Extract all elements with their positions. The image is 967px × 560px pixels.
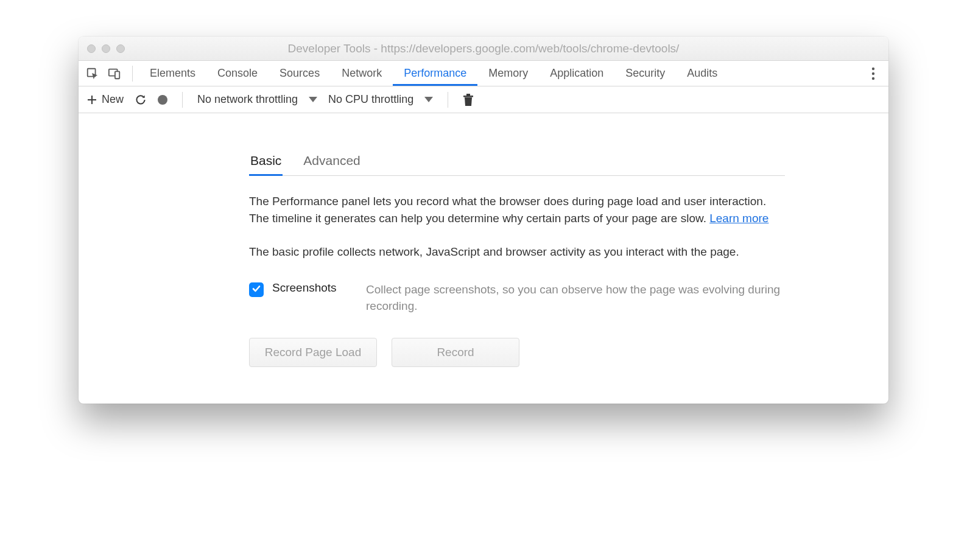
close-window-icon[interactable] [87,44,96,53]
traffic-lights [87,44,125,53]
new-recording-button[interactable]: New [85,93,126,106]
window-title: Developer Tools - https://developers.goo… [79,42,888,55]
record-icon [158,95,167,105]
tab-label: Audits [687,67,717,80]
more-menu-icon[interactable] [863,61,884,86]
tab-label: Application [550,67,603,80]
chevron-down-icon [309,97,317,102]
screenshots-option: Screenshots Collect page screenshots, so… [249,281,785,315]
minimize-window-icon[interactable] [102,44,110,53]
separator [132,66,133,82]
subtab-basic[interactable]: Basic [249,150,283,176]
svg-rect-2 [115,71,119,79]
record-button[interactable]: Record [392,338,519,367]
intro-text: The Performance panel lets you record wh… [249,195,766,225]
tab-label: Security [625,67,665,80]
cpu-throttle-value: No CPU throttling [328,93,413,106]
main-tabs: Elements Console Sources Network Perform… [139,61,728,86]
subtab-label: Basic [250,153,281,167]
tab-label: Elements [150,67,195,80]
tab-network[interactable]: Network [331,61,393,86]
tab-label: Network [342,67,382,80]
titlebar: Developer Tools - https://developers.goo… [79,37,888,61]
check-icon [251,284,261,296]
tab-label: Sources [280,67,320,80]
tab-console[interactable]: Console [206,61,269,86]
learn-more-link[interactable]: Learn more [709,212,768,225]
separator [182,92,183,108]
svg-rect-6 [463,96,473,97]
subtab-label: Advanced [303,153,360,167]
screenshots-label: Screenshots [272,281,357,295]
reload-button[interactable] [132,94,149,106]
svg-point-5 [872,77,874,79]
svg-rect-7 [466,94,470,96]
network-throttle-select[interactable]: No network throttling [195,93,320,106]
tab-security[interactable]: Security [614,61,676,86]
cpu-throttle-select[interactable]: No CPU throttling [326,93,435,106]
main-tabs-row: Elements Console Sources Network Perform… [79,61,888,86]
device-toggle-icon[interactable] [108,67,121,80]
tab-application[interactable]: Application [539,61,614,86]
tab-performance[interactable]: Performance [393,61,477,86]
new-label: New [102,93,124,106]
chevron-down-icon [424,97,433,102]
tab-label: Console [217,67,258,80]
network-throttle-value: No network throttling [197,93,298,106]
zoom-window-icon[interactable] [116,44,125,53]
separator [448,92,448,108]
devtools-window: Developer Tools - https://developers.goo… [79,37,888,404]
plus-icon [87,95,97,105]
intro-paragraph: The Performance panel lets you record wh… [249,193,785,226]
screenshots-description: Collect page screenshots, so you can obs… [366,281,785,315]
inspect-element-icon[interactable] [86,67,99,80]
tab-label: Memory [488,67,528,80]
screenshots-checkbox[interactable] [249,282,264,297]
clear-button[interactable] [460,94,476,106]
basic-description: The basic profile collects network, Java… [249,243,785,261]
performance-toolbar: New No network throttling No CPU throttl… [79,86,888,113]
button-label: Record Page Load [265,346,361,359]
tab-label: Performance [404,67,466,80]
performance-panel: Basic Advanced The Performance panel let… [79,113,888,404]
tab-audits[interactable]: Audits [676,61,728,86]
tab-memory[interactable]: Memory [477,61,539,86]
record-toggle[interactable] [155,95,170,105]
tab-sources[interactable]: Sources [269,61,331,86]
action-buttons: Record Page Load Record [249,338,785,367]
record-page-load-button[interactable]: Record Page Load [249,338,377,367]
svg-point-4 [872,72,874,74]
subtab-advanced[interactable]: Advanced [302,150,361,175]
svg-point-3 [872,67,874,69]
button-label: Record [437,346,474,359]
tab-elements[interactable]: Elements [139,61,206,86]
profile-subtabs: Basic Advanced [249,150,785,176]
